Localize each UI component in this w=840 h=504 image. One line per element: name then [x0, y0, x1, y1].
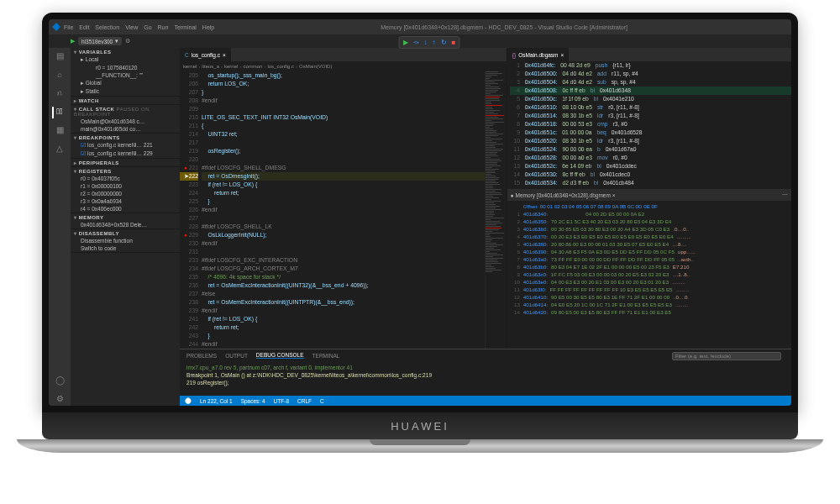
sidebar-item[interactable]: Disassemble function — [71, 237, 180, 244]
more-icon[interactable]: ⋯ — [782, 192, 788, 198]
start-debug-icon[interactable]: ▶ — [71, 38, 75, 45]
restart-button[interactable]: ↻ — [441, 39, 447, 46]
panel-tab-terminal[interactable]: TERMINAL — [312, 353, 340, 359]
disasm-row[interactable]: 80x401d6518:00 00 53 e3cmpr3, #0 — [510, 120, 791, 129]
disasm-row[interactable]: 110x401d6524:90 00 00 eab0x401d67a0 — [510, 145, 791, 154]
section-variables[interactable]: VARIABLES — [71, 48, 180, 55]
memory-row[interactable]: 10401d63e0:04 00 E3 E3 00 20 E1 03 00 E3… — [510, 278, 789, 286]
sidebar-item[interactable]: ▸ Static — [71, 87, 180, 96]
memory-row[interactable]: 4401d6370:00 20 E3 E3 E0 E5 E0 E5 E0 E5 … — [510, 233, 789, 240]
close-icon[interactable]: × — [561, 52, 564, 58]
sidebar-item[interactable]: __FUNCTION__: "" — [71, 71, 180, 79]
crumb[interactable]: common — [243, 64, 262, 69]
status-item[interactable]: C — [320, 398, 324, 404]
menu-run[interactable]: Run — [158, 24, 169, 30]
disasm-row[interactable]: 90x401d651c:01 00 00 0abeq0x401d6528 — [510, 129, 791, 137]
panel-tab-output[interactable]: OUTPUT — [225, 353, 248, 359]
disassembly-view[interactable]: 10x401d64fc:00 48 2d e9push{r11, lr}20x4… — [507, 61, 791, 189]
panel-tab-problems[interactable]: PROBLEMS — [186, 353, 217, 359]
status-item[interactable]: UTF-8 — [274, 398, 289, 404]
disasm-row[interactable]: 100x401d6520:08 30 1b e5ldrr3, [r11, #-8… — [510, 137, 791, 145]
memory-row[interactable]: 6401d6390:04 30 A8 E3 F5 0A E3 0D E5 DD … — [510, 248, 789, 255]
status-item[interactable]: ⬤ — [185, 397, 192, 404]
tab-los-config[interactable]: C los_config.c × — [180, 48, 231, 61]
section-registers[interactable]: REGISTERS — [71, 167, 180, 175]
crumb[interactable]: kernel — [183, 64, 197, 69]
panel-tab-debug-console[interactable]: DEBUG CONSOLE — [256, 352, 304, 359]
sidebar-item[interactable]: Switch to code — [71, 244, 180, 252]
debug-icon[interactable]: ▶⃝ — [52, 107, 64, 118]
memory-tab-label[interactable]: Memory [0x401d6348+0x128].dbgmem — [516, 192, 611, 198]
minimap[interactable] — [485, 71, 507, 349]
memory-row[interactable]: 1401d6340: 04 00 2D E5 00 00 0A E2 — [510, 210, 789, 218]
step-into-button[interactable]: ↓ — [424, 39, 428, 46]
sidebar-item[interactable]: ☑los_config.c kernel\li… 229 — [71, 150, 180, 158]
settings-gear-icon[interactable]: ⚙ — [54, 394, 66, 406]
sidebar-item[interactable]: OsMain@0x401d6348 c… — [71, 118, 180, 125]
step-out-button[interactable]: ↑ — [433, 39, 436, 46]
sidebar-item[interactable]: r0 = 1075840120 — [71, 64, 180, 71]
gear-icon[interactable]: ⚙ — [125, 38, 130, 45]
stop-button[interactable]: ■ — [452, 39, 456, 46]
memory-row[interactable]: 7401d63a0:73 FF FF E0 00 00 00 DD FF FF … — [510, 255, 789, 263]
statusbar[interactable]: ⬤Ln 222, Col 1Spaces: 4UTF-8CRLFC — [180, 396, 791, 406]
section-memory[interactable]: MEMORY — [71, 213, 180, 221]
menu-edit[interactable]: Edit — [79, 24, 89, 30]
sidebar-item[interactable]: main@0x401d65dd co… — [71, 125, 180, 133]
step-over-button[interactable]: ⤼ — [413, 39, 419, 46]
sidebar-item[interactable]: r3 = 0x0a4a6934 — [71, 197, 180, 205]
disasm-row[interactable]: 130x401d652c:6e 14 09 ebbl0x401cddec — [510, 162, 791, 171]
disasm-row[interactable]: 50x401d650c:1f 1f 09 ebbl0x4041e210 — [510, 95, 791, 103]
section-disassembly[interactable]: DISASSEMBLY — [71, 229, 180, 237]
memory-row[interactable]: 5401d6380:20 80 86 00 E3 00 00 01 03 30 … — [510, 240, 789, 248]
source-control-icon[interactable]: ⎌ — [54, 88, 66, 100]
sidebar-item[interactable]: ▸ Global — [71, 79, 180, 87]
disasm-row[interactable]: 40x401d6508:0c ff ff ebbl0x401d6348 — [510, 87, 791, 95]
memory-row[interactable]: 13401d6414:04 E0 E5 20 1C 00 1C 71 2F E1… — [510, 301, 789, 308]
memory-row[interactable]: 9401d63c0:1F FC F5 03 00 E3 00 00 03 00 … — [510, 270, 789, 278]
sidebar-item[interactable]: r4 = 0x406ec000 — [71, 205, 180, 213]
crumb[interactable]: kernel — [224, 64, 238, 69]
section-call-stack[interactable]: CALL STACK PAUSED ON BREAKPOINT — [71, 105, 180, 118]
tab-disassembly[interactable]: {} OsMain.dbgasm × — [507, 48, 569, 61]
disasm-row[interactable]: 140x401d6530:8c ff ff ebbl0x401cdec0 — [510, 171, 791, 179]
menu-terminal[interactable]: Terminal — [174, 24, 196, 30]
section-peripherals[interactable]: PERIPHERALS — [71, 159, 180, 166]
menu-file[interactable]: File — [64, 24, 73, 30]
disasm-row[interactable]: 30x401d6504:04 d0 4d e2subsp, sp, #4 — [510, 78, 791, 87]
memory-row[interactable]: 2401d6350:70 2C E1 5C E3 40 20 E3 03 20 … — [510, 218, 789, 225]
memory-row[interactable]: 11401d63f0:FF FF FF FF FF FF FF FF FF 10… — [510, 286, 789, 293]
crumb[interactable]: los_config.c — [267, 64, 294, 69]
extensions-icon[interactable]: ▦ — [54, 125, 66, 137]
menu-help[interactable]: Help — [202, 24, 214, 30]
sidebar-item[interactable]: 0x401d6348+0x528 Dele… — [71, 221, 180, 228]
status-item[interactable]: Ln 222, Col 1 — [200, 398, 233, 404]
sidebar-item[interactable]: ☑los_config.c kernel\li… 221 — [71, 141, 180, 150]
menu-go[interactable]: Go — [144, 24, 151, 30]
disasm-row[interactable]: 70x401d6514:08 30 1b e5ldrr3, [r11, #-8] — [510, 112, 791, 120]
files-icon[interactable]: ▤ — [54, 51, 66, 63]
close-icon[interactable]: × — [223, 52, 226, 58]
sidebar-item[interactable]: ▸ Local — [71, 55, 180, 64]
menu-view[interactable]: View — [125, 24, 138, 30]
disasm-row[interactable]: 10x401d64fc:00 48 2d e9push{r11, lr} — [510, 61, 791, 70]
menubar[interactable]: FileEditSelectionViewGoRunTerminalHelp — [64, 24, 220, 30]
test-icon[interactable]: △ — [54, 144, 66, 155]
disasm-row[interactable]: 60x401d6510:08 10 0b e5strr0, [r11, #-8] — [510, 103, 791, 112]
section-breakpoints[interactable]: BREAKPOINTS — [71, 134, 180, 141]
crumb[interactable]: liteos_a — [202, 64, 219, 69]
crumb[interactable]: OsMain(VOID) — [299, 64, 332, 69]
code-editor[interactable]: 205206207208209210211214217219220● 221➤2… — [180, 71, 507, 349]
disasm-row[interactable]: 120x401d6528:00 00 a0 e3movr0, #0 — [510, 154, 791, 162]
sidebar-item[interactable]: r1 = 0x00000100 — [71, 182, 180, 190]
memory-hex-view[interactable]: Offset: 00 01 02 03 04 05 06 07 08 09 0A… — [507, 201, 791, 349]
continue-button[interactable]: ▶ — [403, 39, 408, 46]
breadcrumb[interactable]: kernel›liteos_a›kernel›common›los_config… — [180, 61, 507, 71]
run-config-select[interactable]: hi3518ev300 ▾ — [78, 37, 122, 45]
debug-console-output[interactable]: imx7.cpu_a7.0 rev 5, partnum c07, arch f… — [180, 361, 791, 396]
disasm-row[interactable]: 20x401d6500:04 d0 4d e2addr11, sp, #4 — [510, 70, 791, 78]
memory-row[interactable]: 3401d6360:00 30 85 E5 03 30 80 E3 00 20 … — [510, 225, 789, 233]
section-watch[interactable]: WATCH — [71, 97, 180, 104]
status-item[interactable]: CRLF — [297, 398, 312, 404]
memory-row[interactable]: 8401d63b0:80 E3 04 E7 1E 02 2F E1 00 00 … — [510, 263, 789, 270]
